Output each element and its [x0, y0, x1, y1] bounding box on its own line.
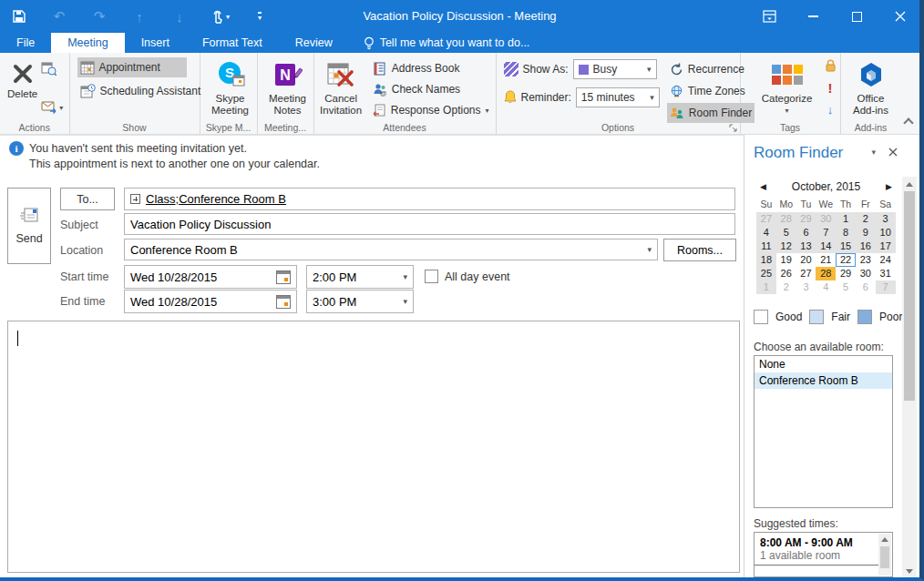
tab-meeting[interactable]: Meeting [51, 33, 124, 53]
suggested-time-item[interactable]: 8:00 AM - 9:00 AM1 available room [755, 533, 878, 566]
calendar-day[interactable]: 4 [756, 226, 776, 240]
address-book-button[interactable]: Address Book [370, 58, 492, 78]
calendar-day[interactable]: 20 [796, 253, 816, 267]
calendar-day[interactable]: 8 [836, 226, 856, 240]
calendar-day[interactable]: 3 [796, 280, 816, 294]
calendar-day[interactable]: 3 [876, 212, 896, 226]
start-date-field[interactable]: Wed 10/28/2015 [124, 265, 297, 289]
calendar-day[interactable]: 28 [816, 267, 836, 280]
calendar-day[interactable]: 6 [796, 226, 816, 240]
panel-scroll-down-icon[interactable] [906, 569, 913, 574]
calendar-day[interactable]: 29 [836, 267, 856, 280]
rooms-button[interactable]: Rooms... [663, 239, 736, 261]
calendar-day[interactable]: 30 [856, 267, 876, 280]
location-field[interactable]: Conference Room B ▾ [124, 239, 658, 260]
response-options-button[interactable]: Response Options ▾ [370, 100, 492, 120]
forward-dropdown-arrow[interactable]: ▾ [59, 104, 63, 112]
end-time-combo[interactable]: 3:00 PM ▾ [306, 290, 414, 313]
calendar-day[interactable]: 31 [876, 267, 896, 280]
ribbon-display-options-icon[interactable] [759, 6, 779, 26]
calendar-day[interactable]: 19 [776, 253, 796, 267]
check-names-button[interactable]: @ Check Names [370, 79, 492, 99]
calendar-day[interactable]: 15 [836, 240, 856, 253]
calendar-day[interactable]: 21 [816, 253, 836, 267]
room-finder-scrollbar[interactable] [902, 177, 917, 577]
previous-month-icon[interactable]: ◀ [756, 182, 770, 191]
expand-recipients-icon[interactable] [130, 194, 140, 204]
show-as-dropdown-arrow[interactable]: ▾ [647, 65, 652, 74]
scroll-up-icon[interactable] [881, 537, 888, 542]
calendar-day[interactable]: 18 [756, 253, 776, 267]
calendar-day[interactable]: 14 [816, 240, 836, 253]
next-month-icon[interactable]: ▶ [882, 182, 896, 191]
calendar-day[interactable]: 27 [756, 212, 776, 226]
calendar-day[interactable]: 16 [856, 240, 876, 253]
calendar-day[interactable]: 28 [776, 212, 796, 226]
calendar-day[interactable]: 11 [756, 240, 776, 253]
room-list-item[interactable]: Conference Room B [755, 372, 892, 389]
location-dropdown-arrow[interactable]: ▾ [647, 245, 652, 254]
to-field[interactable]: Class; Conference Room B [124, 188, 735, 210]
appointment-button[interactable]: Appointment [77, 57, 187, 77]
calendar-day[interactable]: 4 [816, 280, 836, 294]
show-as-combo[interactable]: Busy ▾ [573, 59, 657, 79]
subject-field[interactable]: Vacation Policy Discussion [124, 213, 735, 235]
calendar-day[interactable]: 17 [876, 240, 896, 253]
delete-button[interactable]: Delete [4, 56, 39, 114]
calendar-day[interactable]: 5 [836, 280, 856, 294]
calendar-day[interactable]: 12 [776, 240, 796, 253]
end-date-picker-icon[interactable] [276, 295, 291, 309]
calendar-day[interactable]: 24 [876, 253, 896, 267]
meeting-notes-button[interactable]: N Meeting Notes [262, 56, 314, 121]
tab-review[interactable]: Review [279, 33, 349, 53]
response-options-dropdown-arrow[interactable]: ▾ [485, 107, 488, 115]
calendar-day[interactable]: 2 [776, 280, 796, 294]
private-lock-icon[interactable] [825, 59, 837, 72]
calendar-day[interactable]: 7 [876, 280, 896, 294]
calendar-day[interactable]: 30 [816, 212, 836, 226]
room-finder-close-icon[interactable] [888, 148, 898, 157]
calendar-day[interactable]: 26 [776, 267, 796, 280]
start-time-dropdown-arrow[interactable]: ▾ [403, 272, 407, 281]
reminder-dropdown-arrow[interactable]: ▾ [650, 93, 654, 102]
to-button[interactable]: To... [60, 188, 115, 210]
high-importance-icon[interactable]: ! [828, 83, 833, 94]
tell-me-box[interactable]: Tell me what you want to do... [349, 33, 530, 53]
send-button[interactable]: Send [7, 188, 51, 264]
panel-scroll-thumb[interactable] [904, 191, 915, 401]
calendar-details-icon[interactable] [41, 61, 63, 76]
calendar-day[interactable]: 6 [856, 280, 876, 294]
calendar-day[interactable]: 22 [836, 253, 856, 267]
cancel-invitation-button[interactable]: Cancel Invitation [318, 56, 364, 121]
categorize-dropdown-arrow[interactable]: ▾ [785, 105, 788, 117]
to-recipient-class[interactable]: Class [146, 192, 176, 206]
scheduling-assistant-button[interactable]: Scheduling Assistant [77, 81, 196, 101]
message-body-editor[interactable] [7, 321, 740, 573]
categorize-button[interactable]: Categorize ▾ [759, 56, 816, 121]
skype-meeting-button[interactable]: S Skype Meeting [204, 56, 257, 121]
start-date-picker-icon[interactable] [276, 270, 291, 284]
end-time-dropdown-arrow[interactable]: ▾ [403, 297, 407, 306]
forward-icon[interactable]: ▾ [41, 101, 63, 114]
collapse-ribbon-icon[interactable] [903, 117, 913, 127]
scroll-thumb[interactable] [880, 546, 889, 568]
all-day-event-checkbox[interactable] [425, 270, 438, 283]
calendar-day[interactable]: 25 [756, 267, 776, 280]
calendar-day[interactable]: 13 [796, 240, 816, 253]
to-recipient-room[interactable]: Conference Room B [179, 192, 286, 206]
calendar-day[interactable]: 2 [856, 212, 876, 226]
start-time-combo[interactable]: 2:00 PM ▾ [306, 265, 414, 289]
minimize-button[interactable] [803, 6, 823, 26]
calendar-day[interactable]: 29 [796, 212, 816, 226]
suggested-times-scrollbar[interactable] [878, 534, 891, 576]
calendar-day[interactable]: 27 [796, 267, 816, 280]
tab-file[interactable]: File [0, 33, 51, 53]
calendar-day[interactable]: 23 [856, 253, 876, 267]
calendar-day[interactable]: 10 [876, 226, 896, 240]
calendar-day[interactable]: 7 [816, 226, 836, 240]
calendar-day[interactable]: 1 [756, 280, 776, 294]
low-importance-icon[interactable]: ↓ [827, 104, 834, 116]
room-finder-menu-arrow-icon[interactable]: ▾ [871, 148, 876, 157]
close-button[interactable] [890, 6, 910, 26]
end-date-field[interactable]: Wed 10/28/2015 [124, 290, 297, 313]
